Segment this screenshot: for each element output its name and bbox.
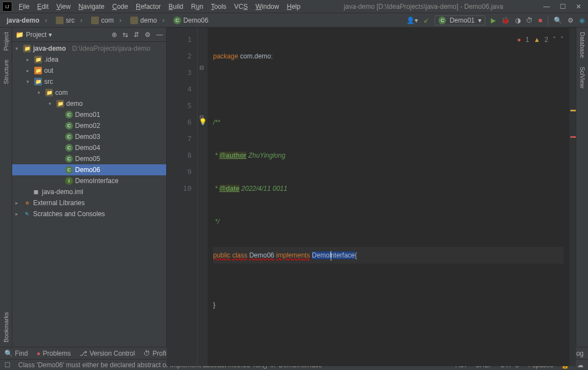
menu-navigate[interactable]: Navigate — [75, 2, 108, 12]
crumb-demo[interactable]: demo — [127, 15, 168, 25]
folder-icon — [130, 17, 138, 24]
status-icon[interactable]: ☐ — [4, 361, 10, 369]
tree-demo[interactable]: ▾📁demo — [12, 98, 166, 109]
menu-view[interactable]: View — [53, 2, 74, 12]
inspection-widget[interactable]: ●1 ▲2 ˄˅ — [517, 31, 564, 48]
maximize-icon[interactable]: ☐ — [560, 3, 566, 10]
project-tree[interactable]: ▾📁java-demo D:\IdeaProjects\java-demo ▸📁… — [12, 42, 166, 347]
scratch-icon: ✎ — [23, 210, 31, 218]
menubar: File Edit View Navigate Code Refactor Bu… — [15, 2, 304, 12]
project-panel-title[interactable]: 📁 Project ▾ — [15, 31, 52, 39]
coverage-icon[interactable]: ◑ — [515, 17, 521, 24]
tree-file[interactable]: CDemo05 — [12, 153, 166, 164]
tree-file-selected[interactable]: CDemo06 — [12, 164, 166, 175]
chevron-down-icon[interactable]: ˅ — [560, 31, 564, 48]
interface-icon: I — [65, 177, 73, 185]
class-icon: C — [65, 111, 73, 119]
menu-code[interactable]: Code — [109, 2, 131, 12]
user-icon[interactable]: 👤▾ — [406, 17, 418, 24]
tree-file[interactable]: CDemo01 — [12, 109, 166, 120]
menu-build[interactable]: Build — [165, 2, 187, 12]
tool-vcs[interactable]: ⎇ Version Control — [80, 350, 135, 357]
tool-problems[interactable]: ● Problems — [36, 350, 71, 357]
tree-out[interactable]: ▸📁out — [12, 65, 166, 76]
tree-iml[interactable]: ▦java-demo.iml — [12, 186, 166, 197]
tree-src[interactable]: ▾📁src — [12, 76, 166, 87]
run-config-select[interactable]: CDemo01 ▾ — [435, 15, 485, 25]
class-icon: C — [65, 122, 73, 130]
menu-refactor[interactable]: Refactor — [133, 2, 164, 12]
tree-root[interactable]: ▾📁java-demo D:\IdeaProjects\java-demo — [12, 43, 166, 54]
left-toolwindow-rail: Project Structure Bookmarks — [0, 28, 12, 347]
menu-vcs[interactable]: VCS — [231, 2, 251, 12]
tree-com[interactable]: ▾📁com — [12, 87, 166, 98]
project-tool-window: 📁 Project ▾ ⊕ ⇆ ⇵ ⚙ — ▾📁java-demo D:\Ide… — [12, 28, 167, 347]
vcs-update-icon[interactable]: ↙ — [423, 17, 429, 24]
error-icon: ● — [517, 31, 521, 48]
package-icon: 📁 — [56, 100, 64, 108]
crumb-src[interactable]: src — [52, 15, 86, 25]
code-editor[interactable]: package com.demo; /** * @author ZhuYingl… — [208, 28, 569, 366]
library-icon: ⎋ — [23, 199, 31, 207]
fold-icon[interactable]: ⊟ — [199, 65, 204, 71]
gutter-icons: ⊟ ⊟ 💡 — [198, 28, 208, 366]
crumb-com[interactable]: com — [88, 15, 125, 25]
titlebar: IJ File Edit View Navigate Code Refactor… — [0, 0, 588, 13]
rail-structure[interactable]: Structure — [2, 55, 10, 89]
class-icon: C — [65, 144, 73, 152]
class-icon: C — [438, 17, 446, 24]
folder-icon — [56, 17, 63, 24]
settings-icon[interactable]: ⚙ — [568, 17, 574, 24]
debug-icon[interactable]: 🐞 — [501, 17, 510, 24]
tree-interface[interactable]: IDemoInterface — [12, 175, 166, 186]
stop-icon[interactable]: ■ — [538, 17, 542, 24]
bulb-icon[interactable]: 💡 — [199, 118, 207, 126]
settings-icon[interactable]: ⚙ — [145, 31, 151, 39]
menu-run[interactable]: Run — [188, 2, 206, 12]
chevron-up-icon[interactable]: ˄ — [553, 31, 556, 48]
class-icon: C — [65, 155, 73, 163]
editor-area: e.java✕ CDemo06.java✕ CDemo05.java✕ CDem… — [167, 28, 576, 347]
menu-help[interactable]: Help — [283, 2, 304, 12]
folder-icon — [91, 17, 99, 24]
nav-bar: java-demo src com demo CDemo06 👤▾ ↙ CDem… — [0, 13, 588, 28]
run-icon[interactable]: ▶ — [491, 17, 496, 24]
crumb-project[interactable]: java-demo — [3, 15, 50, 25]
menu-edit[interactable]: Edit — [34, 2, 52, 12]
error-stripe[interactable] — [569, 28, 576, 366]
menu-tools[interactable]: Tools — [208, 2, 230, 12]
hide-icon[interactable]: — — [156, 31, 163, 39]
rail-database[interactable]: Database — [578, 28, 587, 62]
window-title: java-demo [D:\IdeaProjects\java-demo] - … — [304, 3, 543, 10]
expand-all-icon[interactable]: ⇆ — [123, 31, 128, 39]
tree-file[interactable]: CDemo04 — [12, 142, 166, 153]
ide-status-icon[interactable]: ☁ — [577, 361, 584, 369]
tree-file[interactable]: CDemo03 — [12, 131, 166, 142]
rail-project[interactable]: Project — [2, 28, 10, 55]
tree-scratches[interactable]: ▸✎Scratches and Consoles — [12, 208, 166, 219]
class-icon: C — [173, 17, 181, 24]
line-gutter[interactable]: 12345678910 — [167, 28, 198, 366]
menu-window[interactable]: Window — [252, 2, 283, 12]
chevron-down-icon: ▾ — [478, 17, 481, 24]
rail-bookmarks[interactable]: Bookmarks — [2, 308, 10, 347]
tree-external-libs[interactable]: ▸⎋External Libraries — [12, 197, 166, 208]
crumb-file[interactable]: CDemo06 — [170, 15, 211, 25]
select-open-file-icon[interactable]: ⊕ — [112, 31, 117, 39]
chevron-down-icon: ▾ — [49, 31, 52, 39]
tree-file[interactable]: CDemo02 — [12, 120, 166, 131]
close-icon[interactable]: ✕ — [576, 3, 581, 10]
folder-icon: 📁 — [34, 56, 42, 63]
app-logo-icon: IJ — [2, 2, 12, 12]
menu-file[interactable]: File — [15, 2, 33, 12]
rail-sciview[interactable]: SciView — [578, 62, 587, 93]
collapse-all-icon[interactable]: ⇵ — [134, 31, 139, 39]
search-icon[interactable]: 🔍 — [554, 17, 562, 24]
ide-features-icon[interactable]: ◉ — [579, 17, 585, 24]
right-toolwindow-rail: Database SciView — [576, 28, 588, 347]
file-icon: ▦ — [32, 188, 40, 196]
tree-idea[interactable]: ▸📁.idea — [12, 54, 166, 65]
profile-icon[interactable]: ⏱ — [526, 17, 533, 24]
minimize-icon[interactable]: — — [543, 3, 550, 10]
tool-find[interactable]: 🔍 Find — [4, 350, 28, 357]
